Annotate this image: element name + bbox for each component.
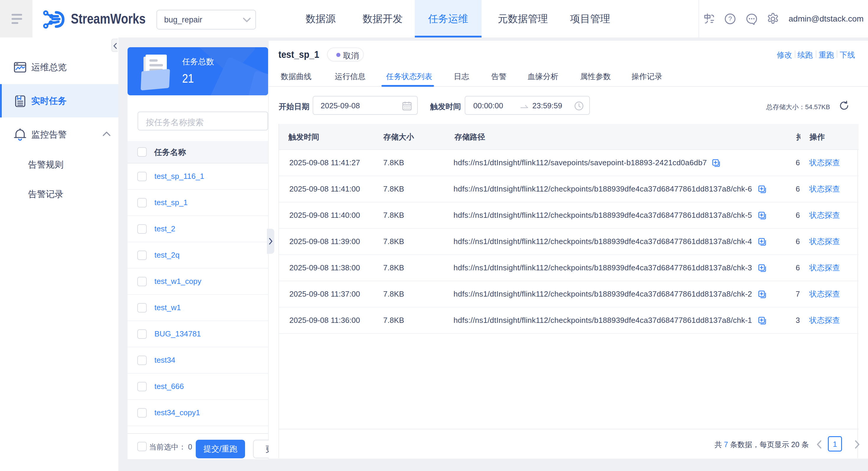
svg-text:?: ?: [728, 15, 732, 23]
